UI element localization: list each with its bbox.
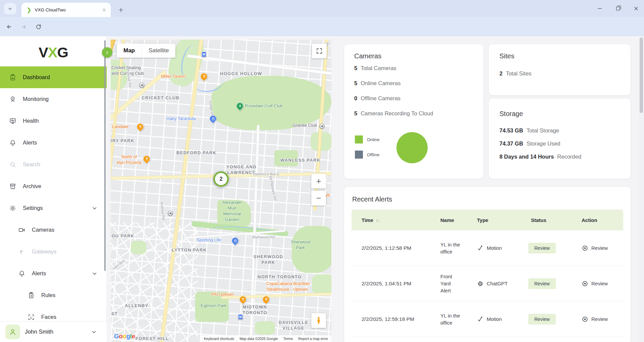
poi-pin-icon[interactable] [320,124,325,129]
sidebar-item-rules[interactable]: Rules [0,284,107,306]
poi-pin-icon[interactable] [168,211,173,216]
sidebar-item-label: Alerts [23,139,37,146]
sidebar-item-archive[interactable]: Archive [0,175,107,197]
sidebar-item-alerts[interactable]: Alerts [0,263,107,284]
review-action-button[interactable]: Review [582,245,623,251]
browser-tab-strip: ❯ VXG CloudTwo [0,0,644,17]
metro-station-icon[interactable]: M [201,52,207,57]
stat-label: Cameras Recording To Cloud [361,110,433,117]
alert-type: Motion [477,316,531,323]
review-action-button[interactable]: Review [582,316,623,323]
map-label[interactable]: Sherwood Park [291,239,311,251]
poi-pin-icon[interactable] [140,83,145,88]
zoom-out-button[interactable]: − [311,191,326,206]
google-logo[interactable]: Google [114,333,135,340]
legend-swatch-icon [355,135,363,144]
forward-button[interactable] [18,21,30,33]
fullscreen-button[interactable] [312,44,327,58]
map-label[interactable]: PAI Uptown [211,292,234,297]
sites-total-value: 2 [499,70,502,77]
sidebar-item-health[interactable]: Health [0,110,107,132]
window-controls [596,0,639,17]
shopping-pin-icon[interactable] [210,115,217,122]
street-view-pegman-button[interactable] [311,313,326,328]
satellite-button[interactable]: Satellite [142,44,175,58]
sidebar-item-settings[interactable]: Settings [0,197,107,219]
sidebar-item-dashboard[interactable]: Dashboard [0,66,107,88]
new-tab-button[interactable] [115,4,126,15]
map-label: FOREST HILL [136,336,169,342]
sidebar-item-label: Settings [23,205,43,211]
sidebar-item-label: Archive [23,183,41,189]
map-button[interactable]: Map [117,44,142,58]
tab-search-button[interactable] [4,3,16,14]
map-label[interactable]: Miller Tavern [161,74,185,79]
page-scrollbar[interactable] [639,36,644,342]
park-pin-icon[interactable] [236,103,244,110]
map-label: NORTH TORONTO [258,274,302,280]
map-label[interactable]: Landwer [112,124,129,130]
map-label[interactable]: Sporting Life [197,237,221,243]
sidebar-item-monitoring[interactable]: Monitoring [0,88,107,110]
scrollbar-thumb[interactable] [640,38,643,113]
user-menu[interactable]: John Smith [0,321,107,342]
map-label[interactable]: Rosedale Golf Club [245,103,283,109]
tab-close-icon[interactable] [101,7,107,13]
map-attribution-item[interactable]: Report a map error [298,337,328,341]
map-label[interactable]: CopaCabana Brazilian Steakhouse - Uptown [266,281,310,292]
restore-button[interactable] [614,5,621,12]
pie-legend: OnlineOffline [355,135,380,159]
alert-type-label: ChatGPT [487,281,508,286]
sidebar-scrollbar[interactable] [104,40,106,271]
reload-button[interactable] [33,21,44,33]
zoom-in-button[interactable]: + [311,174,326,188]
restaurant-pin-icon[interactable] [239,296,247,303]
shopping-pin-icon[interactable] [232,237,239,244]
back-button[interactable] [3,21,15,33]
map-label[interactable]: North of klyn Pizzeria [117,154,142,166]
restaurant-pin-icon[interactable] [143,156,150,163]
sidebar-item-label: Faces [41,314,56,320]
google-map[interactable]: Cricket Skating and Curling ClubMiller T… [111,40,331,342]
map-label: LYTTON PARK [172,247,207,253]
map-label[interactable]: Eglinton Park [201,303,226,309]
column-header-time[interactable]: Time↑↓ [362,217,440,223]
sidebar-item-alerts[interactable]: Alerts [0,132,107,154]
map-label[interactable]: Alexander Muir Memorial Garden [222,200,242,223]
chevron-left-icon [105,50,110,55]
map-attribution: Keyboard shortcutsMap data ©2025 GoogleT… [201,335,331,342]
map-attribution-item[interactable]: Keyboard shortcuts [204,337,234,341]
restaurant-pin-icon[interactable] [201,73,208,80]
map-label[interactable]: Granite Club [292,123,317,128]
stat-value: 8 Days and 14 Hours [499,154,554,160]
minimize-button[interactable] [596,5,603,12]
map-label[interactable]: Hairy Tarantula [166,116,196,122]
map-label: YONGE AND LAWRENCE [226,164,257,176]
alert-name: YL in the office [440,241,477,255]
map-attribution-item[interactable]: Terms [283,337,293,341]
browser-tab[interactable]: ❯ VXG CloudTwo [21,3,111,17]
restaurant-pin-icon[interactable] [263,296,270,303]
sidebar-item-faces[interactable]: Faces [0,306,107,321]
review-action-button[interactable]: Review [582,280,623,287]
map-label: HOGGS HOLLOW [220,71,262,77]
collapse-sidebar-button[interactable] [102,47,112,58]
chevron-down-icon [7,6,13,12]
sidebar-nav: DashboardMonitoringHealthAlertsSearchArc… [0,66,107,321]
faces-icon [28,314,35,321]
map-cluster-marker[interactable]: 2 [213,171,229,187]
tab-title: VXG CloudTwo [35,7,101,12]
review-action-label: Review [591,316,608,322]
map-label[interactable]: yb [325,192,330,198]
restaurant-pin-icon[interactable] [137,123,144,130]
close-window-button[interactable] [633,5,639,12]
dashboard-icon [9,74,16,81]
sidebar-item-label: Monitoring [23,96,49,102]
legend-item: Online [355,135,380,144]
arrow-left-icon [6,23,12,30]
cameras-card: Cameras 5Total Cameras5Online Cameras0Of… [344,44,483,179]
eye-icon [582,245,588,251]
sort-icon[interactable]: ↑↓ [376,218,380,223]
metro-station-icon[interactable]: M [238,314,243,320]
sidebar-item-cameras[interactable]: Cameras [0,219,107,241]
